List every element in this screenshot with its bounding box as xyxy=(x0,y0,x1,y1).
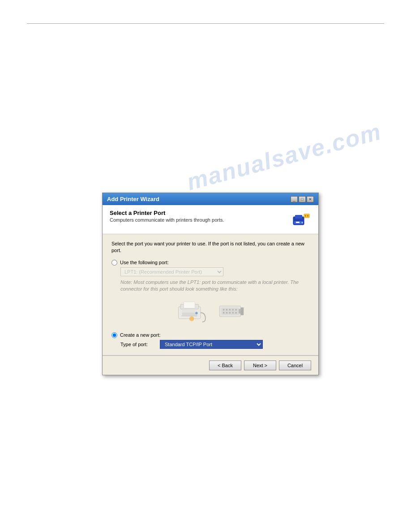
dialog-titlebar: Add Printer Wizard _ □ ✕ xyxy=(103,193,318,205)
cancel-button[interactable]: Cancel xyxy=(279,360,311,370)
header-icon xyxy=(291,210,311,229)
use-following-port-radio[interactable] xyxy=(111,260,117,266)
maximize-button[interactable]: □ xyxy=(299,196,306,202)
minimize-button[interactable]: _ xyxy=(291,196,298,202)
printer-port-icon xyxy=(292,210,310,228)
svg-rect-6 xyxy=(305,215,306,217)
svg-rect-10 xyxy=(182,310,197,315)
svg-point-16 xyxy=(191,317,193,320)
type-of-port-select[interactable]: Standard TCP/IP Port xyxy=(160,340,263,349)
svg-rect-5 xyxy=(304,214,309,218)
svg-rect-11 xyxy=(182,311,197,312)
use-following-port-row: Use the following port: xyxy=(111,260,309,266)
dialog-title: Add Printer Wizard xyxy=(107,196,159,202)
svg-rect-7 xyxy=(307,215,308,217)
close-button[interactable]: ✕ xyxy=(307,196,314,202)
svg-rect-13 xyxy=(181,315,197,316)
watermark: manualsave.com xyxy=(184,118,384,196)
svg-point-4 xyxy=(302,222,303,223)
dialog-header: Select a Printer Port Computers communic… xyxy=(103,205,318,234)
svg-point-28 xyxy=(235,312,236,313)
port-select: LPT1: (Recommended Printer Port) xyxy=(120,267,223,276)
svg-point-26 xyxy=(229,312,231,313)
back-button[interactable]: < Back xyxy=(209,360,241,370)
svg-rect-14 xyxy=(184,302,195,308)
type-of-port-label: Type of port: xyxy=(120,342,156,347)
dialog-body: Select the port you want your printer to… xyxy=(103,234,318,355)
svg-rect-3 xyxy=(296,222,300,223)
illustration-area xyxy=(111,298,309,325)
svg-point-22 xyxy=(232,309,234,310)
create-new-port-label[interactable]: Create a new port: xyxy=(120,332,161,338)
create-port-section: Create a new port: Type of port: Standar… xyxy=(111,332,309,349)
printer-illustration xyxy=(176,298,209,325)
create-new-port-radio[interactable] xyxy=(111,332,117,338)
svg-rect-18 xyxy=(222,308,239,314)
svg-point-23 xyxy=(235,309,236,310)
dialog-content: Select the port you want your printer to… xyxy=(103,234,318,375)
svg-point-27 xyxy=(232,312,234,313)
svg-rect-30 xyxy=(240,307,244,315)
header-text: Select a Printer Port Computers communic… xyxy=(110,210,291,223)
add-printer-wizard-dialog: Add Printer Wizard _ □ ✕ Select a Printe… xyxy=(102,193,319,375)
title-buttons: _ □ ✕ xyxy=(291,196,314,202)
create-new-port-row: Create a new port: xyxy=(111,332,309,338)
header-title: Select a Printer Port xyxy=(110,210,291,216)
use-following-port-label[interactable]: Use the following port: xyxy=(120,260,169,265)
type-of-port-row: Type of port: Standard TCP/IP Port xyxy=(120,340,309,349)
svg-point-19 xyxy=(223,309,224,310)
instruction-text: Select the port you want your printer to… xyxy=(111,240,309,254)
note-text: Note: Most computers use the LPT1: port … xyxy=(120,279,309,293)
top-rule xyxy=(27,23,384,24)
svg-point-12 xyxy=(195,312,197,314)
svg-point-20 xyxy=(226,309,227,310)
connector-illustration xyxy=(218,302,244,322)
svg-point-21 xyxy=(229,309,231,310)
svg-rect-1 xyxy=(295,215,302,219)
dialog-footer: < Back Next > Cancel xyxy=(103,356,318,375)
svg-point-24 xyxy=(223,312,224,313)
port-dropdown-row: LPT1: (Recommended Printer Port) xyxy=(120,267,309,276)
svg-point-25 xyxy=(226,312,227,313)
next-button[interactable]: Next > xyxy=(244,360,276,370)
header-subtitle: Computers communicate with printers thro… xyxy=(110,217,291,223)
